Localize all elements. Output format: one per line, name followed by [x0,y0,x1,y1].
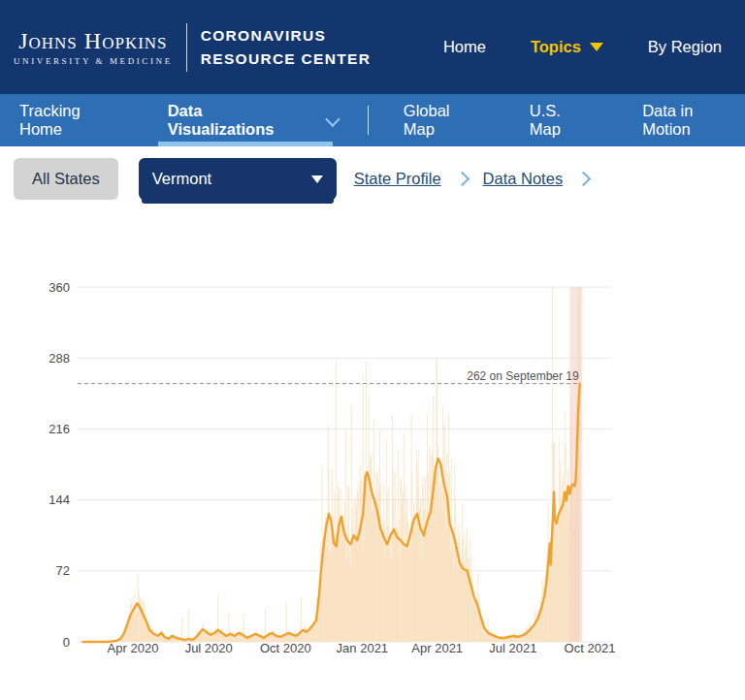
state-dropdown-value: Vermont [152,170,211,188]
active-tab-underline [158,142,333,146]
svg-text:Oct 2020: Oct 2020 [260,641,311,655]
subnav-divider [368,106,369,135]
header-nav: Home Topics By Region [443,38,722,56]
nav-topics-menu[interactable]: Topics [531,38,603,56]
cases-chart-canvas: 072144216288360262 on September 19Apr 20… [0,223,745,700]
state-profile-link[interactable]: State Profile [354,170,441,188]
site-header: Johns Hopkins University & Medicine CORO… [0,0,745,94]
brand-line2: RESOURCE CENTER [201,48,371,70]
svg-text:0: 0 [63,635,70,650]
subnav-global-map[interactable]: Global Map [404,102,485,139]
svg-text:72: 72 [56,563,70,578]
jhu-logo-title: Johns Hopkins [14,29,173,52]
svg-text:144: 144 [49,493,70,507]
svg-text:288: 288 [49,351,70,366]
subnav-data-visualizations[interactable]: Data Visualizations [168,102,337,139]
nav-home-link[interactable]: Home [443,38,486,56]
svg-text:360: 360 [49,280,70,295]
chevron-right-icon [576,172,592,187]
svg-text:Jan 2021: Jan 2021 [337,641,389,655]
tracking-subnav: Tracking Home Data Visualizations Global… [0,94,745,146]
nav-by-region-link[interactable]: By Region [648,38,722,56]
svg-text:Apr 2020: Apr 2020 [108,641,159,655]
caret-down-icon [590,43,603,51]
all-states-button[interactable]: All States [14,158,118,200]
profile-links: State Profile Data Notes [354,170,604,188]
caret-down-icon [311,175,323,183]
brand-line1: CORONAVIRUS [201,24,371,47]
svg-text:216: 216 [49,422,70,436]
vermont-cases-chart: 072144216288360262 on September 19Apr 20… [0,223,745,700]
subnav-data-visualizations-label: Data Visualizations [168,102,312,139]
jhu-logo-subtitle: University & Medicine [14,56,173,66]
state-controls: All States Vermont State Profile Data No… [0,146,745,211]
chevron-down-icon [325,111,340,127]
site-brand[interactable]: CORONAVIRUS RESOURCE CENTER [201,24,371,70]
jhu-logo[interactable]: Johns Hopkins University & Medicine [14,29,173,66]
state-dropdown[interactable]: Vermont [139,158,337,200]
subnav-us-map[interactable]: U.S. Map [530,102,596,139]
subnav-data-in-motion[interactable]: Data in Motion [642,102,745,139]
svg-text:Oct 2021: Oct 2021 [565,641,616,655]
data-notes-link[interactable]: Data Notes [483,170,564,188]
subnav-tracking-home[interactable]: Tracking Home [19,102,127,139]
chevron-right-icon [454,172,470,187]
svg-text:262 on September 19: 262 on September 19 [467,369,579,383]
svg-text:Jul 2020: Jul 2020 [185,641,233,655]
nav-topics-label: Topics [531,38,581,56]
svg-text:Jul 2021: Jul 2021 [489,641,536,655]
logo-divider [186,23,187,72]
svg-text:Apr 2021: Apr 2021 [411,641,463,655]
